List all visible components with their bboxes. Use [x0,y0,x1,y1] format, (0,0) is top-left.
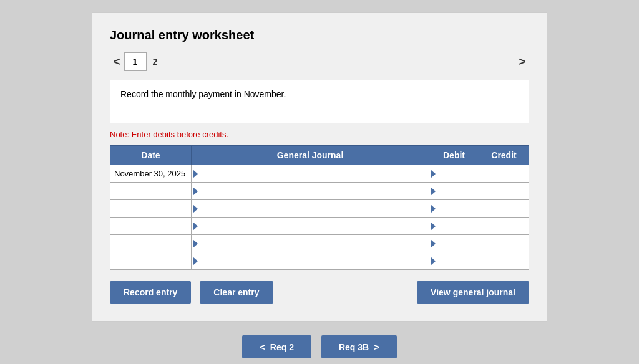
journal-input-5[interactable] [194,252,426,269]
row-indicator-4 [193,239,198,248]
date-cell-1[interactable] [110,183,192,200]
journal-table: Date General Journal Debit Credit Novemb… [110,145,529,270]
credit-input-1[interactable] [482,183,526,199]
debit-input-1[interactable] [432,183,476,199]
date-input-1[interactable] [114,183,188,199]
date-cell-2[interactable] [110,200,192,218]
credit-cell-4[interactable] [479,235,529,252]
credit-cell-1[interactable] [479,183,529,200]
outer-wrapper: Journal entry worksheet < 1 2 > Record t… [0,0,639,364]
journal-input-0[interactable] [194,165,426,182]
debit-cell-1[interactable] [429,183,479,200]
journal-input-1[interactable] [194,183,426,199]
col-header-credit: Credit [479,146,529,165]
note-text: Note: Enter debits before credits. [110,130,529,139]
table-row: November 30, 2025 [110,165,529,183]
record-entry-button[interactable]: Record entry [110,281,191,304]
debit-input-0[interactable] [432,165,476,182]
journal-cell-3[interactable] [192,218,429,235]
credit-input-0[interactable] [482,165,526,182]
debit-input-2[interactable] [432,200,476,217]
row-indicator-5 [193,257,198,266]
req3b-button[interactable]: Req 3B > [321,335,397,358]
debit-cell-2[interactable] [429,200,479,218]
description-box: Record the monthly payment in November. [110,80,529,123]
debit-indicator-3 [431,222,436,231]
col-header-date: Date [110,146,192,165]
debit-indicator-1 [431,187,436,196]
journal-input-4[interactable] [194,235,426,252]
clear-entry-button[interactable]: Clear entry [200,281,273,304]
worksheet-card: Journal entry worksheet < 1 2 > Record t… [92,12,547,322]
req2-left-chevron: < [260,342,265,352]
row-indicator-1 [193,187,198,196]
date-cell-3[interactable] [110,218,192,235]
page-title: Journal entry worksheet [110,28,529,42]
bottom-nav: < Req 2 Req 3B > [242,335,397,358]
col-header-general-journal: General Journal [192,146,429,165]
journal-cell-1[interactable] [192,183,429,200]
debit-cell-3[interactable] [429,218,479,235]
table-row [110,183,529,200]
credit-input-4[interactable] [482,235,526,252]
credit-cell-0[interactable] [479,165,529,183]
req3b-right-chevron: > [374,342,379,352]
req2-button[interactable]: < Req 2 [242,335,311,358]
debit-indicator-2 [431,204,436,213]
debit-cell-0[interactable] [429,165,479,183]
credit-cell-2[interactable] [479,200,529,218]
table-row [110,252,529,270]
journal-cell-5[interactable] [192,252,429,270]
date-cell-0[interactable]: November 30, 2025 [110,165,192,183]
credit-input-2[interactable] [482,200,526,217]
credit-cell-3[interactable] [479,218,529,235]
view-general-journal-button[interactable]: View general journal [417,281,529,304]
date-input-5[interactable] [114,252,188,269]
date-input-3[interactable] [114,218,188,234]
row-indicator-0 [193,170,198,178]
active-page-number: 1 [124,52,147,71]
row-indicator-3 [193,222,198,231]
date-input-4[interactable] [114,235,188,252]
date-cell-4[interactable] [110,235,192,252]
inactive-page-number: 2 [153,57,158,67]
nav-row: < 1 2 > [110,52,529,71]
journal-input-2[interactable] [194,200,426,217]
table-row [110,218,529,235]
col-header-debit: Debit [429,146,479,165]
debit-indicator-5 [431,257,436,266]
journal-cell-4[interactable] [192,235,429,252]
debit-cell-4[interactable] [429,235,479,252]
credit-cell-5[interactable] [479,252,529,270]
req2-label: Req 2 [270,342,294,352]
table-row [110,200,529,218]
credit-input-3[interactable] [482,218,526,234]
row-indicator-2 [193,204,198,213]
date-input-2[interactable] [114,200,188,217]
action-buttons-row: Record entry Clear entry View general jo… [110,281,529,304]
req3b-label: Req 3B [339,342,369,352]
debit-cell-5[interactable] [429,252,479,270]
debit-indicator-0 [431,170,436,178]
journal-cell-0[interactable] [192,165,429,183]
debit-input-4[interactable] [432,235,476,252]
credit-input-5[interactable] [482,252,526,269]
journal-input-3[interactable] [194,218,426,234]
journal-cell-2[interactable] [192,200,429,218]
date-cell-5[interactable] [110,252,192,270]
description-text: Record the monthly payment in November. [120,89,286,99]
table-row [110,235,529,252]
debit-input-3[interactable] [432,218,476,234]
next-page-button[interactable]: > [515,54,529,70]
prev-page-button[interactable]: < [110,54,124,70]
debit-indicator-4 [431,239,436,248]
debit-input-5[interactable] [432,252,476,269]
